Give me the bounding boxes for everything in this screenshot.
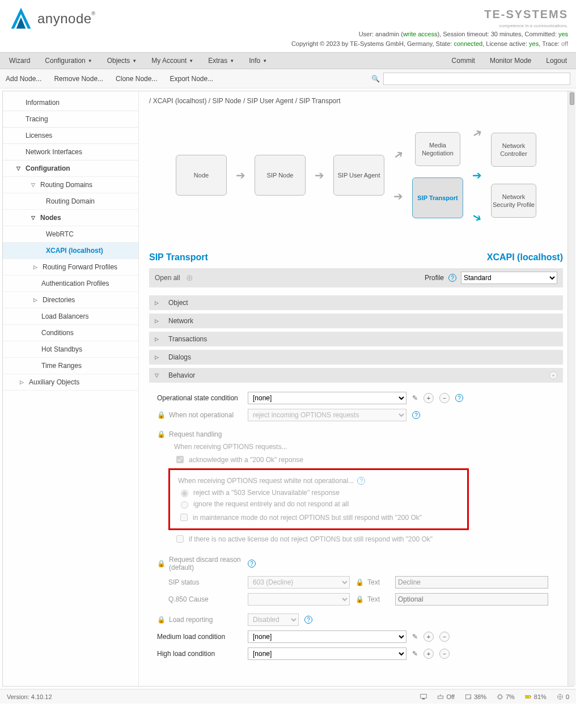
toolbar-export-node[interactable]: Export Node... xyxy=(170,75,213,83)
crumb-siptrans[interactable]: SIP Transport xyxy=(299,97,340,105)
opt-nolic: if there is no active license do not rej… xyxy=(174,534,555,544)
search-input[interactable] xyxy=(383,73,570,85)
tree-tracing[interactable]: Tracing xyxy=(3,111,138,128)
crumb-sipua[interactable]: SIP User Agent xyxy=(247,97,294,105)
tree-nodes[interactable]: ▽Nodes xyxy=(3,210,138,226)
tree-dirs[interactable]: ▷Directories xyxy=(3,292,138,308)
add-icon[interactable]: + xyxy=(423,393,434,403)
select-medload[interactable]: [none] xyxy=(248,630,406,643)
label-handling: 🔒Request handling xyxy=(157,430,242,438)
section-dialogs[interactable]: ▷Dialogs xyxy=(149,350,563,365)
section-behavior[interactable]: ▽ Behavior + xyxy=(149,368,563,383)
battery-icon xyxy=(525,693,532,700)
edit-icon[interactable]: ✎ xyxy=(412,394,418,402)
section-network[interactable]: ▷Network xyxy=(149,314,563,328)
radio-reject503 xyxy=(181,490,188,497)
scrollbar-thumb[interactable] xyxy=(570,92,574,105)
select-opcond[interactable]: [none] xyxy=(248,392,406,404)
toolbar-add-node[interactable]: Add Node... xyxy=(6,75,41,83)
footer-bat: 81% xyxy=(525,693,547,700)
help-icon[interactable]: ? xyxy=(304,616,312,624)
opt-reject503: reject with a "503 Service Unavailable" … xyxy=(178,488,465,497)
add-icon[interactable]: + xyxy=(423,632,434,642)
tree-hots[interactable]: Hot Standbys xyxy=(3,341,138,358)
menu-commit[interactable]: Commit xyxy=(448,53,478,68)
page-title: SIP Transport xyxy=(149,252,208,263)
footer-statusbar: Version: 4.10.12 Off 38% 7% 81% 0 xyxy=(0,689,576,704)
crumb-sipnode[interactable]: SIP Node xyxy=(212,97,241,105)
edit-icon[interactable]: ✎ xyxy=(412,633,418,641)
diagram-netsec[interactable]: Network Security Profile xyxy=(491,184,536,218)
section-object[interactable]: ▷Object xyxy=(149,295,563,310)
section-transactions[interactable]: ▷Transactions xyxy=(149,332,563,346)
search-icon[interactable]: 🔍 xyxy=(371,75,380,83)
diagram-siptrans[interactable]: SIP Transport xyxy=(412,177,463,218)
label-discard: 🔒Request discard reason (default) xyxy=(157,556,242,572)
tree-netif[interactable]: Network Interfaces xyxy=(3,144,138,160)
profile-select[interactable]: Standard xyxy=(461,272,557,284)
help-icon[interactable]: ? xyxy=(357,477,365,485)
select-q850 xyxy=(248,593,350,606)
arrow-icon: ➔ xyxy=(469,125,485,141)
diagram-netctrl[interactable]: Network Controller xyxy=(491,133,536,167)
tree-loadbal[interactable]: Load Balancers xyxy=(3,308,138,325)
menu-myaccount[interactable]: My Account▼ xyxy=(148,53,197,68)
plus-icon[interactable]: ⊕ xyxy=(186,273,193,283)
help-icon[interactable]: ? xyxy=(448,274,456,282)
caret-down-icon: ▽ xyxy=(31,182,37,188)
tree-routing-domains[interactable]: ▽Routing Domains xyxy=(3,177,138,193)
select-whennot: reject incoming OPTIONS requests xyxy=(248,409,406,421)
scrollbar-vertical[interactable] xyxy=(567,91,575,686)
breadcrumb: / XCAPI (localhost) / SIP Node / SIP Use… xyxy=(149,97,563,105)
label-q850: Q.850 Cause xyxy=(157,595,242,603)
menu-objects[interactable]: Objects▼ xyxy=(104,53,141,68)
tree-conditions[interactable]: Conditions xyxy=(3,325,138,341)
help-icon[interactable]: ? xyxy=(248,560,256,568)
menu-extras[interactable]: Extras▼ xyxy=(205,53,238,68)
logo-icon xyxy=(8,6,34,32)
tree-aux[interactable]: ▷Auxiliary Objects xyxy=(3,374,138,391)
caret-right-icon: ▷ xyxy=(33,297,39,303)
svg-rect-12 xyxy=(526,696,530,698)
menu-configuration[interactable]: Configuration▼ xyxy=(41,53,95,68)
plus-icon[interactable]: + xyxy=(549,371,557,379)
label-text: 🔒Text xyxy=(355,578,389,586)
menu-logout[interactable]: Logout xyxy=(543,53,570,68)
arrow-icon: ➔ xyxy=(315,168,324,182)
remove-icon[interactable]: − xyxy=(439,393,450,403)
remove-icon[interactable]: − xyxy=(439,632,450,642)
label-loadrep: 🔒Load reporting xyxy=(157,616,242,624)
tree-xcapi[interactable]: XCAPI (localhost) xyxy=(3,243,138,259)
menu-info[interactable]: Info▼ xyxy=(245,53,270,68)
tree-configuration[interactable]: ▽Configuration xyxy=(3,160,138,177)
tree-tranges[interactable]: Time Ranges xyxy=(3,358,138,374)
caret-down-icon: ▼ xyxy=(132,58,137,64)
menu-wizard[interactable]: Wizard xyxy=(6,53,33,68)
add-icon[interactable]: + xyxy=(423,649,434,659)
toolbar-remove-node[interactable]: Remove Node... xyxy=(54,75,103,83)
tree-routing-domain[interactable]: Routing Domain xyxy=(3,193,138,210)
select-highload[interactable]: [none] xyxy=(248,647,406,660)
help-icon[interactable]: ? xyxy=(455,394,463,402)
diagram-mneg[interactable]: Media Negotiation xyxy=(415,132,460,166)
toolbar-clone-node[interactable]: Clone Node... xyxy=(116,75,157,83)
tree-webrtc[interactable]: WebRTC xyxy=(3,226,138,243)
diagram-sipua[interactable]: SIP User Agent xyxy=(333,155,384,196)
menu-monitor[interactable]: Monitor Mode xyxy=(486,53,535,68)
remove-icon[interactable]: − xyxy=(439,649,450,659)
tree-rfp[interactable]: ▷Routing Forward Profiles xyxy=(3,259,138,276)
lock-icon: 🔒 xyxy=(355,595,364,603)
help-icon[interactable]: ? xyxy=(412,411,420,419)
diagram-node[interactable]: Node xyxy=(176,155,227,196)
edit-icon[interactable]: ✎ xyxy=(412,650,418,658)
openall-label[interactable]: Open all xyxy=(155,274,180,282)
tree-authp[interactable]: Authentication Profiles xyxy=(3,276,138,292)
diagram-sipnode[interactable]: SIP Node xyxy=(255,155,306,196)
tree-information[interactable]: Information xyxy=(3,95,138,111)
tree-licenses[interactable]: Licenses xyxy=(3,128,138,144)
crumb-xcapi[interactable]: XCAPI (localhost) xyxy=(153,97,207,105)
status-line-1: User: anadmin (write access), Session ti… xyxy=(291,29,568,39)
checkbox-nolic xyxy=(176,535,184,543)
sidebar: Information Tracing Licenses Network Int… xyxy=(3,91,139,686)
title-row: SIP Transport XCAPI (localhost) xyxy=(149,252,563,263)
